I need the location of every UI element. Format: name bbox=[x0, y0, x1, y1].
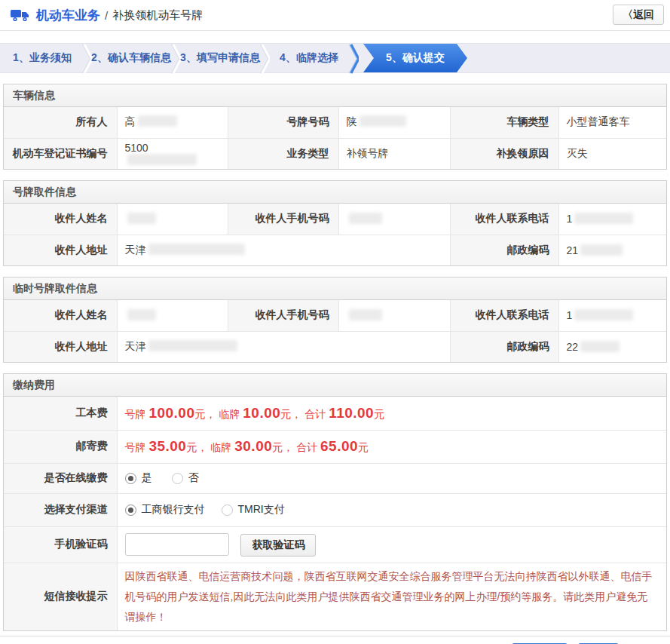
plate-delivery-table: 收件人姓名 收件人手机号码 收件人联系电话 1 收件人地址 天津 邮政编码 21 bbox=[4, 204, 666, 265]
radio-channel-icbc[interactable]: 工商银行支付 bbox=[125, 503, 205, 517]
replace-reason-value: 灭失 bbox=[558, 138, 666, 169]
radio-online-yes[interactable]: 是 bbox=[125, 471, 152, 485]
replace-reason-label: 补换领原因 bbox=[450, 138, 558, 169]
production-fee-label: 工本费 bbox=[4, 397, 117, 430]
postal-code-label: 邮政编码 bbox=[450, 331, 558, 362]
radio-label: 否 bbox=[188, 471, 199, 485]
registration-cert-label: 机动车登记证书编号 bbox=[4, 138, 117, 169]
business-type-label: 业务类型 bbox=[228, 138, 338, 169]
owner-value: 高 bbox=[117, 107, 228, 138]
recipient-mobile-label: 收件人手机号码 bbox=[228, 300, 338, 331]
postage-fee-value: 号牌 35.00元， 临牌 30.00元， 合计 65.00元 bbox=[117, 430, 666, 463]
radio-label: 是 bbox=[142, 471, 152, 485]
step-navigation: 1、业务须知 2、确认车辆信息 3、填写申请信息 4、临牌选择 5、确认提交 bbox=[0, 43, 670, 73]
postal-code-value: 21 bbox=[558, 235, 666, 265]
chevron-separator-icon bbox=[170, 44, 181, 74]
sms-code-field: 获取验证码 bbox=[117, 526, 666, 563]
section-title-temp-plate-delivery: 临时号牌取件信息 bbox=[4, 278, 666, 300]
recipient-phone-value: 1 bbox=[558, 204, 666, 235]
sms-code-label: 手机验证码 bbox=[4, 526, 117, 563]
recipient-name-value bbox=[117, 300, 228, 331]
table-row: 收件人姓名 收件人手机号码 收件人联系电话 1 bbox=[4, 300, 666, 331]
sms-notice-text: 因陕西省联通、电信运营商技术问题，陕西省互联网交通安全综合服务管理平台无法向持陕… bbox=[125, 566, 659, 627]
production-fee-value: 号牌 100.00元， 临牌 10.00元， 合计 110.00元 bbox=[117, 397, 666, 430]
recipient-address-label: 收件人地址 bbox=[4, 235, 117, 265]
breadcrumb-divider: / bbox=[105, 9, 108, 22]
online-payment-label: 是否在线缴费 bbox=[4, 463, 117, 493]
vehicle-type-value: 小型普通客车 bbox=[558, 107, 666, 138]
redacted-value bbox=[574, 309, 633, 320]
redacted-value bbox=[349, 213, 382, 224]
truck-icon bbox=[11, 8, 30, 22]
plate-number-value: 陕 bbox=[338, 107, 450, 138]
chevron-separator-icon bbox=[348, 44, 359, 74]
table-row: 收件人地址 天津 邮政编码 22 bbox=[4, 331, 666, 362]
recipient-address-label: 收件人地址 bbox=[4, 331, 117, 362]
page-title: 补换领机动车号牌 bbox=[112, 8, 203, 23]
owner-label: 所有人 bbox=[4, 107, 117, 138]
vehicle-info-table: 所有人 高 号牌号码 陕 车辆类型 小型普通客车 机动车登记证书编号 5100 … bbox=[4, 107, 666, 169]
recipient-address-value: 天津 bbox=[117, 235, 450, 265]
radio-online-no[interactable]: 否 bbox=[172, 471, 199, 485]
redacted-value bbox=[148, 340, 237, 351]
footer-actions: 上一步 完成 bbox=[0, 636, 670, 644]
table-row: 是否在线缴费 是 否 bbox=[4, 463, 666, 493]
registration-cert-value: 5100 bbox=[117, 138, 228, 169]
recipient-address-value: 天津 bbox=[117, 331, 450, 362]
table-row: 选择支付渠道 工商银行支付 TMRI支付 bbox=[4, 493, 666, 526]
back-button[interactable]: 〈返回 bbox=[613, 5, 664, 25]
recipient-mobile-label: 收件人手机号码 bbox=[228, 204, 338, 235]
section-temp-plate-delivery: 临时号牌取件信息 收件人姓名 收件人手机号码 收件人联系电话 1 收件人地址 天… bbox=[3, 277, 667, 363]
table-row: 短信接收提示 因陕西省联通、电信运营商技术问题，陕西省互联网交通安全综合服务管理… bbox=[4, 563, 666, 630]
step-4-temp-plate[interactable]: 4、临牌选择 bbox=[270, 44, 348, 72]
redacted-value bbox=[580, 341, 620, 352]
redacted-value bbox=[349, 309, 382, 320]
sms-notice-text-cell: 因陕西省联通、电信运营商技术问题，陕西省互联网交通安全综合服务管理平台无法向持陕… bbox=[117, 563, 666, 630]
chevron-separator-icon bbox=[81, 44, 92, 74]
recipient-name-value bbox=[117, 204, 228, 235]
radio-channel-tmri[interactable]: TMRI支付 bbox=[222, 503, 285, 517]
table-row: 工本费 号牌 100.00元， 临牌 10.00元， 合计 110.00元 bbox=[4, 397, 666, 430]
radio-label: 工商银行支付 bbox=[142, 503, 205, 517]
recipient-name-label: 收件人姓名 bbox=[4, 204, 117, 235]
section-title-plate-delivery: 号牌取件信息 bbox=[4, 181, 666, 204]
postage-fee-label: 邮寄费 bbox=[4, 430, 117, 463]
recipient-name-label: 收件人姓名 bbox=[4, 300, 117, 331]
redacted-value bbox=[127, 154, 197, 165]
payment-channel-label: 选择支付渠道 bbox=[4, 493, 117, 526]
temp-plate-delivery-table: 收件人姓名 收件人手机号码 收件人联系电话 1 收件人地址 天津 邮政编码 22 bbox=[4, 300, 666, 362]
sms-notice-label: 短信接收提示 bbox=[4, 563, 117, 630]
table-row: 邮寄费 号牌 35.00元， 临牌 30.00元， 合计 65.00元 bbox=[4, 430, 666, 463]
get-sms-code-button[interactable]: 获取验证码 bbox=[240, 534, 316, 557]
step-2-confirm-vehicle[interactable]: 2、确认车辆信息 bbox=[92, 44, 170, 72]
table-row: 收件人姓名 收件人手机号码 收件人联系电话 1 bbox=[4, 204, 666, 235]
plate-number-label: 号牌号码 bbox=[228, 107, 338, 138]
step-1-notice[interactable]: 1、业务须知 bbox=[3, 44, 81, 72]
recipient-phone-value: 1 bbox=[558, 300, 666, 331]
postal-code-label: 邮政编码 bbox=[450, 235, 558, 265]
top-header: 机动车业务 / 补换领机动车号牌 〈返回 bbox=[0, 0, 670, 31]
vehicle-type-label: 车辆类型 bbox=[450, 107, 558, 138]
recipient-phone-label: 收件人联系电话 bbox=[450, 204, 558, 235]
radio-label: TMRI支付 bbox=[238, 503, 285, 517]
step-3-fill-application[interactable]: 3、填写申请信息 bbox=[181, 44, 259, 72]
recipient-phone-label: 收件人联系电话 bbox=[450, 300, 558, 331]
radio-dot-icon bbox=[125, 504, 136, 516]
payment-table: 工本费 号牌 100.00元， 临牌 10.00元， 合计 110.00元 邮寄… bbox=[4, 397, 666, 630]
section-vehicle-info: 车辆信息 所有人 高 号牌号码 陕 车辆类型 小型普通客车 机动车登记证书编号 … bbox=[3, 84, 667, 170]
table-row: 所有人 高 号牌号码 陕 车辆类型 小型普通客车 bbox=[4, 107, 666, 138]
recipient-mobile-value bbox=[338, 300, 450, 331]
redacted-value bbox=[574, 213, 633, 224]
table-row: 机动车登记证书编号 5100 业务类型 补领号牌 补换领原因 灭失 bbox=[4, 138, 666, 169]
section-title-vehicle: 车辆信息 bbox=[4, 84, 666, 107]
radio-dot-icon bbox=[172, 473, 183, 484]
step-5-confirm-submit[interactable]: 5、确认提交 bbox=[363, 44, 467, 72]
redacted-value bbox=[148, 244, 245, 255]
table-row: 手机验证码 获取验证码 bbox=[4, 526, 666, 563]
app-title: 机动车业务 bbox=[36, 7, 100, 24]
sms-code-input[interactable] bbox=[125, 533, 229, 556]
redacted-value bbox=[138, 115, 177, 127]
online-payment-options: 是 否 bbox=[117, 463, 666, 493]
radio-dot-icon bbox=[222, 504, 233, 516]
section-plate-delivery: 号牌取件信息 收件人姓名 收件人手机号码 收件人联系电话 1 收件人地址 天津 … bbox=[3, 180, 667, 266]
